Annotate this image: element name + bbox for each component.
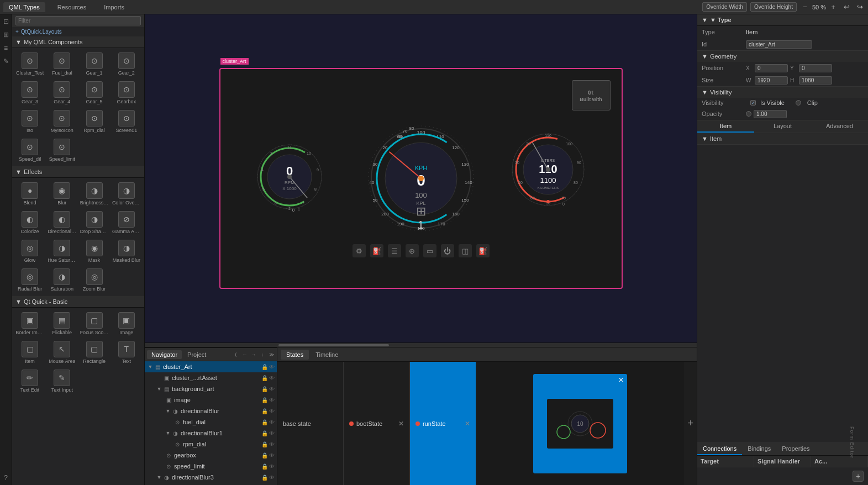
state-boot[interactable]: bootState ✕ <box>344 362 410 485</box>
nav-eye-rpm[interactable]: 👁 <box>269 441 275 447</box>
tab-layout[interactable]: Layout <box>754 120 811 133</box>
effect-colorize[interactable]: ◐Colorize <box>14 209 45 236</box>
nav-lock-rpm[interactable]: 🔒 <box>261 441 268 447</box>
nav-item-iso[interactable]: ⊙ iso 🔒 👁 <box>145 483 277 485</box>
tab-resources[interactable]: Resources <box>52 2 92 12</box>
geometry-header[interactable]: ▼ Geometry <box>697 51 868 62</box>
component-gear2[interactable]: ⊙Gear_2 <box>111 50 142 78</box>
comp-text-edit[interactable]: ✏Text Edit <box>14 367 45 395</box>
zoom-in-icon[interactable]: + <box>828 2 838 12</box>
component-gear1[interactable]: ⊙Gear_1 <box>79 50 110 78</box>
nav-lock-bg[interactable]: 🔒 <box>261 386 268 392</box>
state-run-close[interactable]: ✕ <box>465 420 470 428</box>
tab-advanced[interactable]: Advanced <box>811 120 868 133</box>
nav-eye-gearbox[interactable]: 👁 <box>269 452 275 458</box>
y-input[interactable] <box>799 64 832 72</box>
component-myisoicon[interactable]: ⊙MyIsoIcon <box>46 108 77 135</box>
conn-add-button[interactable]: + <box>853 471 864 482</box>
effect-color-overlay[interactable]: ◑Color Overlay <box>111 180 142 208</box>
nav-eye-speed[interactable]: 👁 <box>269 463 275 470</box>
nav-eye-fuel[interactable]: 👁 <box>269 419 275 425</box>
qml-components-header[interactable]: ▼ My QML Components <box>12 36 144 48</box>
nav-item-cluster-art[interactable]: ▼ ▤ cluster_Art 🔒 👁 <box>145 361 277 372</box>
nav-arrow-dirblur1[interactable]: ▼ <box>165 430 171 436</box>
nav-item-image[interactable]: ▣ image 🔒 👁 <box>145 394 277 405</box>
comp-text[interactable]: TText <box>111 339 142 366</box>
filter-input[interactable] <box>15 16 141 25</box>
nav-lock-rtasset[interactable]: 🔒 <box>261 375 268 381</box>
comp-image[interactable]: ▣Image <box>111 310 142 338</box>
left-icon-3[interactable]: ≡ <box>1 43 11 53</box>
effect-radial-blur[interactable]: ◎Radial Blur <box>14 266 45 294</box>
nav-lock-dirblur[interactable]: 🔒 <box>261 408 268 414</box>
component-rpm-dial[interactable]: ⊙Rpm_dial <box>79 108 110 135</box>
nav-collapse-icon[interactable]: ⟨ <box>233 351 239 358</box>
w-input[interactable] <box>755 76 788 85</box>
comp-flickable[interactable]: ▤Flickable <box>46 310 77 338</box>
effect-saturation[interactable]: ◑Saturation <box>46 266 77 294</box>
component-speed-limit[interactable]: ⊙Speed_limit <box>46 136 77 164</box>
component-screen01[interactable]: ⊙Screen01 <box>111 108 142 135</box>
effects-header[interactable]: ▼ Effects <box>12 166 144 178</box>
tab-navigator[interactable]: Navigator <box>147 350 182 359</box>
component-speed-dil[interactable]: ⊙Speed_dil <box>14 136 45 164</box>
nav-back-icon[interactable]: ← <box>241 351 248 358</box>
left-icon-2[interactable]: ⊞ <box>1 30 11 40</box>
comp-border-image[interactable]: ▣Border Image <box>14 310 45 338</box>
nav-eye-rtasset[interactable]: 👁 <box>269 375 275 381</box>
nav-item-rpm-dial[interactable]: ⊙ rpm_dial 🔒 👁 <box>145 439 277 450</box>
nav-item-background-art[interactable]: ▼ ▤ background_art 🔒 👁 <box>145 383 277 394</box>
nav-lock-dirblur1[interactable]: 🔒 <box>261 430 268 436</box>
override-width-btn[interactable]: Override Width <box>702 2 747 12</box>
nav-item-fuel-dial[interactable]: ⊙ fuel_dial 🔒 👁 <box>145 417 277 428</box>
comp-item[interactable]: ▢Item <box>14 339 45 366</box>
id-input[interactable] <box>746 40 812 49</box>
left-icon-4[interactable]: ✎ <box>1 56 11 66</box>
nav-item-speed-limit[interactable]: ⊙ speed_limit 🔒 👁 <box>145 461 277 472</box>
comp-focus-scope[interactable]: ▢Focus Scope <box>79 310 110 338</box>
component-iso[interactable]: ⊙Iso <box>14 108 45 135</box>
clip-radio[interactable] <box>796 100 801 106</box>
nav-lock-image[interactable]: 🔒 <box>261 397 268 403</box>
nav-item-rtasset[interactable]: ▶ ▣ cluster_...rtAsset 🔒 👁 <box>145 372 277 383</box>
override-height-btn[interactable]: Override Height <box>750 2 797 12</box>
nav-arrow-cluster[interactable]: ▼ <box>147 363 154 370</box>
nav-forward-icon[interactable]: → <box>250 351 257 358</box>
visibility-checkbox[interactable]: ✓ <box>750 100 756 106</box>
add-state-btn[interactable]: + <box>684 362 697 485</box>
nav-item-dirblur1[interactable]: ▼ ◑ directionalBlur1 🔒 👁 <box>145 428 277 439</box>
opacity-input[interactable] <box>754 110 787 118</box>
state-boot-close[interactable]: ✕ <box>398 420 404 428</box>
nav-eye-cluster[interactable]: 👁 <box>269 364 275 370</box>
tab-properties[interactable]: Properties <box>776 443 815 455</box>
effect-glow[interactable]: ◎Glow <box>14 238 45 265</box>
qt-quick-basic-header[interactable]: ▼ Qt Quick - Basic <box>12 296 144 308</box>
tab-qml-types[interactable]: QML Types <box>3 2 45 12</box>
nav-lock-cluster[interactable]: 🔒 <box>261 364 268 370</box>
comp-mouse-area[interactable]: ↖Mouse Area <box>46 339 77 366</box>
dashboard-canvas[interactable]: Qt Built with 100 110 <box>219 68 623 289</box>
nav-lock-dirblur3[interactable]: 🔒 <box>261 475 268 481</box>
nav-down-icon[interactable]: ↓ <box>259 351 266 358</box>
nav-arrow-bg[interactable]: ▼ <box>156 386 162 392</box>
horizontal-scrollbar[interactable] <box>145 342 697 347</box>
nav-arrow-dirblur[interactable]: ▼ <box>165 408 171 414</box>
component-fuel-dial[interactable]: ⊙Fuel_dial <box>46 50 77 78</box>
tab-states[interactable]: States <box>281 350 309 360</box>
nav-eye-dirblur1[interactable]: 👁 <box>269 430 275 436</box>
state-base[interactable]: base state <box>277 362 344 485</box>
tab-timeline[interactable]: Timeline <box>310 350 344 360</box>
tab-connections[interactable]: Connections <box>697 443 742 455</box>
effect-masked-blur[interactable]: ◑Masked Blur <box>111 238 142 265</box>
effect-directional-blur[interactable]: ◐Directional Blur <box>46 209 77 236</box>
x-input[interactable] <box>755 64 788 72</box>
nav-more-icon[interactable]: ≫ <box>268 351 275 358</box>
effect-blur[interactable]: ◉Blur <box>46 180 77 208</box>
component-gear4[interactable]: ⊙Gear_4 <box>46 79 77 107</box>
comp-rectangle[interactable]: ▢Rectangle <box>79 339 110 366</box>
comp-text-input[interactable]: ✎Text Input <box>46 367 77 395</box>
effect-mask[interactable]: ◉Mask <box>79 238 110 265</box>
opacity-radio[interactable] <box>746 111 751 117</box>
component-cluster-test[interactable]: ⊙Cluster_Test <box>14 50 45 78</box>
state-preview-close[interactable]: ✕ <box>618 376 624 384</box>
